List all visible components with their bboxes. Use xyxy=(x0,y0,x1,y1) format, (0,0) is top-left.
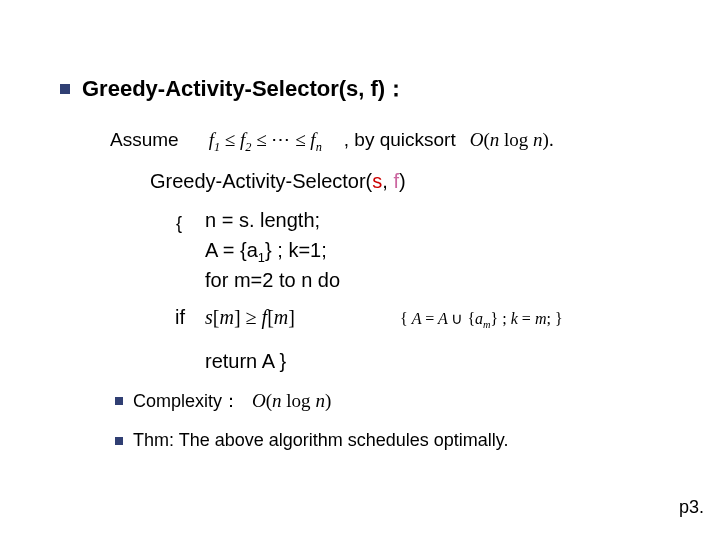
square-bullet-icon xyxy=(115,437,123,445)
comma: , xyxy=(382,170,393,192)
complexity-line: Complexity： O(n log n) xyxy=(115,389,331,413)
algo-name: Greedy-Activity-Selector( xyxy=(150,170,372,192)
A-sub: 1 xyxy=(258,250,265,265)
title-line: Greedy-Activity-Selector(s, f)： xyxy=(60,74,407,104)
n-assign: n = s. length; xyxy=(205,209,320,232)
assume-condition: f1 ≤ f2 ≤ ⋯ ≤ fn xyxy=(209,128,322,155)
for-line: for m=2 to n do xyxy=(205,269,340,292)
assume-line: Assume f1 ≤ f2 ≤ ⋯ ≤ fn , by quicksort O… xyxy=(110,128,554,155)
page-number: p3. xyxy=(679,497,704,518)
square-bullet-icon xyxy=(60,84,70,94)
slide: Greedy-Activity-Selector(s, f)： Assume f… xyxy=(0,0,720,540)
semi1: ; xyxy=(498,310,510,327)
complexity-label: Complexity： xyxy=(133,389,240,413)
if-keyword: if xyxy=(175,306,185,328)
open-brace: { xyxy=(176,213,182,234)
complexity-value: O(n log n) xyxy=(252,390,331,412)
if-k: k = m; xyxy=(511,310,551,327)
brace-close: } xyxy=(551,310,563,327)
thm-line: Thm: The above algorithm schedules optim… xyxy=(115,430,509,451)
if-A-union: A = A ∪ {am} xyxy=(412,310,499,327)
if-line: if s[m] ≥ f[m] xyxy=(175,306,295,329)
square-bullet-icon xyxy=(115,397,123,405)
brace-open: { xyxy=(400,310,412,327)
return-line: return A } xyxy=(205,350,286,373)
assume-complexity: O(n log n). xyxy=(470,129,554,151)
assume-label: Assume xyxy=(110,129,179,151)
cond-sm: s[m] xyxy=(205,306,241,328)
thm-text: Thm: The above algorithm schedules optim… xyxy=(133,430,509,451)
if-body: { A = A ∪ {am} ; k = m; } xyxy=(400,309,563,330)
cond-fm: f[m] xyxy=(262,306,295,328)
arg-s: s xyxy=(372,170,382,192)
A-prefix: A = {a xyxy=(205,239,258,261)
A-assign: A = {a1} ; k=1; xyxy=(205,239,327,265)
title-text: Greedy-Activity-Selector(s, f)： xyxy=(82,74,407,104)
cond-op: ≥ xyxy=(246,306,262,328)
close-paren: ) xyxy=(399,170,406,192)
algo-title: Greedy-Activity-Selector(s, f) xyxy=(150,170,406,193)
A-suffix: } ; k=1; xyxy=(265,239,327,261)
by-quicksort: , by quicksort xyxy=(344,129,456,151)
